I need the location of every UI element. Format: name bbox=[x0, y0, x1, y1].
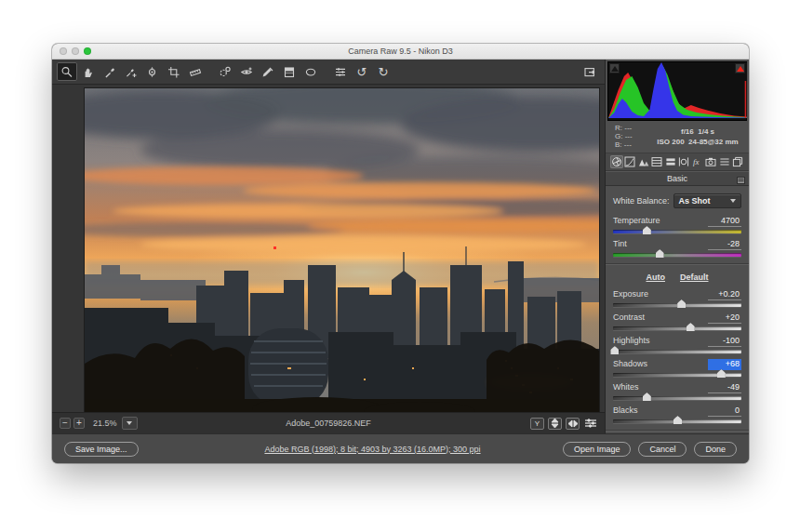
photo-preview[interactable] bbox=[84, 87, 600, 415]
shadow-clipping-toggle[interactable] bbox=[609, 63, 620, 73]
slider-track[interactable] bbox=[613, 350, 741, 353]
white-balance-sliders: Temperature 4700 Tint -28 bbox=[613, 216, 741, 257]
exif-readout: R: --- G: --- B: --- f/16 1/4 s ISO 200 … bbox=[606, 121, 749, 153]
crop-tool-icon[interactable] bbox=[164, 62, 184, 81]
copy-settings-button[interactable] bbox=[566, 418, 580, 430]
tab-snapshots[interactable] bbox=[731, 155, 744, 168]
slider-value-field[interactable]: 4700 bbox=[708, 216, 741, 227]
cancel-button[interactable]: Cancel bbox=[638, 442, 687, 457]
slider-thumb[interactable] bbox=[687, 323, 695, 331]
slider-row: Blacks 0 bbox=[613, 406, 741, 423]
chevron-down-icon bbox=[730, 199, 736, 203]
adjustment-brush-tool-icon[interactable] bbox=[258, 62, 278, 81]
tab-hsl-grayscale[interactable] bbox=[650, 155, 663, 168]
tab-basic[interactable] bbox=[610, 155, 623, 168]
tab-presets[interactable] bbox=[718, 155, 731, 168]
zoom-window-button[interactable] bbox=[84, 47, 91, 55]
hand-tool-icon[interactable] bbox=[78, 62, 99, 81]
slider-track[interactable] bbox=[613, 303, 741, 307]
slider-value-field[interactable]: -100 bbox=[708, 336, 741, 347]
window-title: Camera Raw 9.5 - Nikon D3 bbox=[52, 47, 749, 56]
divider bbox=[606, 430, 749, 432]
slider-track[interactable] bbox=[613, 419, 741, 423]
zoom-in-button[interactable]: + bbox=[73, 418, 85, 429]
preferences-icon[interactable] bbox=[330, 62, 351, 81]
default-link[interactable]: Default bbox=[680, 273, 709, 282]
tab-tone-curve[interactable] bbox=[623, 155, 636, 168]
slider-thumb[interactable] bbox=[673, 416, 682, 424]
panel-menu-icon[interactable] bbox=[737, 175, 745, 188]
swap-before-after-button[interactable] bbox=[548, 418, 562, 430]
slider-value-field[interactable]: -28 bbox=[708, 239, 741, 250]
white-balance-tool-icon[interactable] bbox=[100, 62, 120, 81]
camera-raw-window: Camera Raw 9.5 - Nikon D3 bbox=[52, 44, 749, 463]
graduated-filter-tool-icon[interactable] bbox=[279, 62, 300, 81]
slider-thumb[interactable] bbox=[643, 226, 651, 234]
zoom-tool-icon[interactable] bbox=[57, 62, 77, 81]
slider-label: Tint bbox=[613, 239, 627, 248]
slider-label: Contrast bbox=[613, 313, 645, 322]
tab-lens-corrections[interactable] bbox=[677, 155, 690, 168]
slider-value-field[interactable]: -49 bbox=[708, 382, 741, 393]
slider-track[interactable] bbox=[613, 253, 741, 257]
traffic-lights bbox=[60, 47, 91, 55]
tab-effects[interactable]: fx bbox=[691, 155, 704, 168]
workflow-options-link[interactable]: Adobe RGB (1998); 8 bit; 4903 by 3263 (1… bbox=[201, 445, 544, 454]
slider-thumb[interactable] bbox=[717, 369, 726, 378]
highlight-clip-triangle-icon bbox=[737, 66, 744, 72]
zoom-level-dropdown[interactable] bbox=[122, 417, 138, 430]
zoom-level-value: 21.5% bbox=[93, 419, 117, 428]
slider-thumb[interactable] bbox=[677, 299, 686, 308]
fullscreen-toggle-icon[interactable] bbox=[580, 62, 600, 81]
image-canvas[interactable] bbox=[52, 85, 605, 412]
slider-label: Temperature bbox=[613, 216, 660, 225]
done-button[interactable]: Done bbox=[694, 442, 737, 457]
spot-removal-tool-icon[interactable] bbox=[215, 62, 235, 81]
red-eye-removal-tool-icon[interactable] bbox=[236, 62, 257, 81]
slider-label: Whites bbox=[613, 382, 639, 392]
tab-detail[interactable] bbox=[637, 155, 650, 168]
save-image-button[interactable]: Save Image... bbox=[64, 442, 139, 457]
slider-label: Blacks bbox=[613, 406, 638, 415]
basic-controls: White Balance: As Shot Temperature 4700 … bbox=[606, 186, 749, 433]
color-sampler-tool-icon[interactable] bbox=[121, 62, 141, 81]
slider-value-field[interactable]: +68 bbox=[708, 359, 741, 370]
slider-thumb[interactable] bbox=[610, 346, 619, 354]
slider-row: Tint -28 bbox=[613, 239, 741, 257]
panel-tabs: fx bbox=[606, 153, 749, 171]
targeted-adjustment-tool-icon[interactable] bbox=[142, 62, 163, 81]
preview-mode-y-button[interactable]: Y bbox=[530, 418, 544, 430]
slider-label: Shadows bbox=[613, 359, 647, 368]
radial-filter-tool-icon[interactable] bbox=[300, 62, 321, 81]
close-window-button[interactable] bbox=[60, 47, 67, 55]
slider-thumb[interactable] bbox=[656, 249, 664, 258]
slider-thumb[interactable] bbox=[643, 392, 651, 401]
chevron-down-icon bbox=[127, 421, 132, 425]
rgb-readout: R: --- G: --- B: --- bbox=[609, 124, 650, 149]
slider-track[interactable] bbox=[613, 230, 741, 233]
auto-link[interactable]: Auto bbox=[646, 273, 665, 282]
rotate-right-icon[interactable]: ↻ bbox=[373, 62, 393, 81]
minimize-window-button[interactable] bbox=[72, 47, 79, 55]
open-image-button[interactable]: Open Image bbox=[563, 442, 632, 457]
white-balance-select[interactable]: As Shot bbox=[673, 193, 741, 208]
slider-track[interactable] bbox=[613, 373, 741, 377]
highlight-clipping-toggle[interactable] bbox=[735, 63, 745, 73]
white-balance-value: As Shot bbox=[679, 196, 711, 206]
slider-value-field[interactable]: 0 bbox=[708, 406, 741, 417]
slider-row: Contrast +20 bbox=[613, 313, 741, 330]
slider-value-field[interactable]: +20 bbox=[708, 313, 741, 324]
straighten-tool-icon[interactable] bbox=[185, 62, 206, 81]
slider-track[interactable] bbox=[613, 396, 741, 400]
slider-track[interactable] bbox=[613, 326, 741, 330]
slider-value-field[interactable]: +0.20 bbox=[708, 289, 741, 300]
preview-preferences-icon[interactable] bbox=[583, 418, 597, 430]
tab-camera-calibration[interactable] bbox=[704, 155, 717, 168]
histogram bbox=[607, 61, 747, 121]
slider-row: Temperature 4700 bbox=[613, 216, 741, 233]
zoom-out-button[interactable]: − bbox=[60, 418, 71, 429]
adjustments-panel: R: --- G: --- B: --- f/16 1/4 s ISO 200 … bbox=[605, 60, 749, 433]
tab-split-toning[interactable] bbox=[664, 155, 677, 168]
rotate-left-icon[interactable]: ↺ bbox=[352, 62, 372, 81]
status-bar: − + 21.5% Adobe_00759826.NEF Y bbox=[52, 412, 605, 433]
